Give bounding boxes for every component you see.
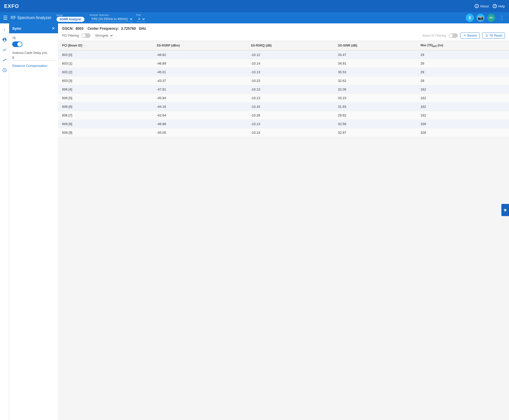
filter-row: PCI Filtering Strongest Beam ID Filterin… xyxy=(62,33,505,39)
port-label: Port xyxy=(136,14,146,17)
sidebar-item-antenna[interactable] xyxy=(1,36,9,44)
port-select[interactable]: A xyxy=(136,17,146,22)
cell-rsrp: -48.82 xyxy=(153,50,247,59)
cell-rsrq: -10.14 xyxy=(247,59,334,68)
cell-rsrp: -45.01 xyxy=(153,68,247,77)
col-header-rsrq[interactable]: SS-RSRQ (dB) xyxy=(247,41,334,50)
module-label: Module Selection xyxy=(90,14,133,17)
strongest-select[interactable]: Strongest xyxy=(93,33,114,38)
camera-button[interactable]: 📷 xyxy=(476,14,485,22)
filter-right: Beam ID Filtering Beams TE Reset xyxy=(422,33,505,39)
table-header: PCI [Beam ID] ↑ SS-RSRP (dBm) SS-RSRQ (d… xyxy=(58,41,509,50)
cell-rsrq: -10.13 xyxy=(247,85,334,94)
cell-pci: 603 [2] xyxy=(58,68,153,77)
center-freq-label: Center Frequency: xyxy=(88,26,119,31)
content-wrapper: GSCN: 8003 Center Frequency: 3.725760 GH… xyxy=(58,23,509,420)
content-area: GSCN: 8003 Center Frequency: 3.725760 GH… xyxy=(58,23,509,420)
star-sidebar-button[interactable]: ★ xyxy=(501,204,509,216)
camera-icon: 📷 xyxy=(478,15,483,21)
cell-rsrp: -42.64 xyxy=(153,111,247,120)
top-bar: EXFO i About ? Help xyxy=(0,0,509,12)
help-button[interactable]: ? Help xyxy=(493,4,505,8)
main-layout: › Sync ✕ TE Antenna Cable Delay (ns) 0 D… xyxy=(0,23,509,420)
col-header-rsrp[interactable]: SS-RSRP (dBm) xyxy=(153,41,247,50)
cell-sinr: 31.93 xyxy=(334,102,416,111)
table-row: 606 [7] -42.64 -10.28 29.82 162 xyxy=(58,111,509,120)
antenna-label: Antenna Cable Delay (ns) xyxy=(12,51,55,55)
te-toggle[interactable] xyxy=(12,41,22,47)
sidebar-item-chevron[interactable]: › xyxy=(1,25,9,34)
cell-rsrq: -10.13 xyxy=(247,68,334,77)
module-group: Module Selection FR2 (24.25GHz to 40GHz) xyxy=(90,14,133,22)
sidebar-close-button[interactable]: ✕ xyxy=(52,26,55,31)
hamburger-menu-button[interactable]: ☰ xyxy=(3,15,8,21)
table-row: 606 [5] -45.94 -10.13 33.23 162 xyxy=(58,94,509,102)
cell-pci: 606 [4] xyxy=(58,85,153,94)
beams-button[interactable]: Beams xyxy=(460,33,480,39)
col-header-pci[interactable]: PCI [Beam ID] ↑ xyxy=(58,41,153,50)
sidebar-body: TE Antenna Cable Delay (ns) 0 Distance C… xyxy=(9,33,58,420)
cell-pci: 609 [8] xyxy=(58,120,153,128)
center-freq-value: 3.725760 xyxy=(121,26,136,31)
module-select[interactable]: FR2 (24.25GHz to 40GHz) xyxy=(90,17,133,22)
more-options-button[interactable]: ⋮ xyxy=(498,14,506,22)
cell-sinr: 32.56 xyxy=(334,120,416,128)
question-icon: ? xyxy=(493,4,497,8)
cell-te: 29 xyxy=(416,59,509,68)
app-title: RF Spectrum Analyzer xyxy=(11,16,51,20)
port-group: Port A xyxy=(136,14,146,22)
sort-arrow-pci: ↑ xyxy=(84,44,86,47)
table-row: 603 [3] -43.37 -10.23 32.62 29 xyxy=(58,77,509,85)
sidebar-title: Sync xyxy=(12,26,21,31)
cell-sinr: 33.47 xyxy=(334,50,416,59)
cell-pci: 606 [7] xyxy=(58,111,153,120)
pencil-icon: ✏ xyxy=(489,15,493,21)
cell-rsrp: -46.88 xyxy=(153,120,247,128)
cell-rsrq: -10.28 xyxy=(247,111,334,120)
pci-filter-toggle[interactable] xyxy=(81,33,91,38)
sidebar-item-clock[interactable] xyxy=(1,66,9,74)
filter-left: PCI Filtering Strongest xyxy=(62,33,114,38)
info-icon: i xyxy=(475,4,479,8)
sidebar-item-chart[interactable] xyxy=(1,46,9,54)
cell-te: 328 xyxy=(416,128,509,137)
cell-te: 29 xyxy=(416,68,509,77)
pencil-button[interactable]: ✏ xyxy=(487,14,495,22)
antenna-value: 0 xyxy=(12,56,55,61)
cell-pci: 603 [1] xyxy=(58,59,153,68)
star-icon: ★ xyxy=(503,207,507,213)
cell-rsrq: -10.23 xyxy=(247,77,334,85)
table-body: 603 [0] -48.82 -10.12 33.47 29 603 [1] -… xyxy=(58,50,509,137)
table-row: 606 [4] -47.81 -10.13 32.06 162 xyxy=(58,85,509,94)
pci-filter-group: PCI Filtering xyxy=(62,34,79,37)
about-button[interactable]: i About xyxy=(475,4,489,8)
cell-rsrp: -45.94 xyxy=(153,94,247,102)
sidebar-item-arrows[interactable] xyxy=(1,56,9,64)
te-reset-button[interactable]: TE Reset xyxy=(482,33,505,39)
cell-sinr: 32.06 xyxy=(334,85,416,94)
pause-icon: ⏸ xyxy=(468,15,472,21)
table-row: 609 [9] -45.05 -10.14 32.97 328 xyxy=(58,128,509,137)
table-row: 606 [6] -44.16 -10.16 31.93 162 xyxy=(58,102,509,111)
distance-compensation-button[interactable]: Distance Compensation xyxy=(12,64,47,68)
top-bar-right: i About ? Help xyxy=(475,4,505,8)
cell-rsrq: -10.14 xyxy=(247,128,334,137)
col-header-sinr[interactable]: SS-SINR (dB) xyxy=(334,41,416,50)
mode-button[interactable]: 5GNR Analyzer xyxy=(56,17,84,22)
reset-icon xyxy=(485,34,488,37)
cell-rsrp: -45.05 xyxy=(153,128,247,137)
cell-rsrq: -10.13 xyxy=(247,94,334,102)
table-row: 603 [0] -48.82 -10.12 33.47 29 xyxy=(58,50,509,59)
content-header: GSCN: 8003 Center Frequency: 3.725760 GH… xyxy=(58,23,509,41)
beam-id-toggle[interactable] xyxy=(449,33,458,38)
table-row: 603 [1] -46.89 -10.14 34.91 29 xyxy=(58,59,509,68)
toolbar: ☰ RF Spectrum Analyzer Mode 5GNR Analyze… xyxy=(0,12,509,23)
pause-button[interactable]: ⏸ xyxy=(466,14,474,22)
mode-label: Mode xyxy=(56,14,84,17)
te-label: TE xyxy=(12,36,55,40)
cell-rsrq: -10.12 xyxy=(247,50,334,59)
cell-pci: 603 [0] xyxy=(58,50,153,59)
data-table: PCI [Beam ID] ↑ SS-RSRP (dBm) SS-RSRQ (d… xyxy=(58,41,509,137)
col-header-te[interactable]: Max |TE|ant (ns) xyxy=(416,41,509,50)
cell-pci: 606 [5] xyxy=(58,94,153,102)
